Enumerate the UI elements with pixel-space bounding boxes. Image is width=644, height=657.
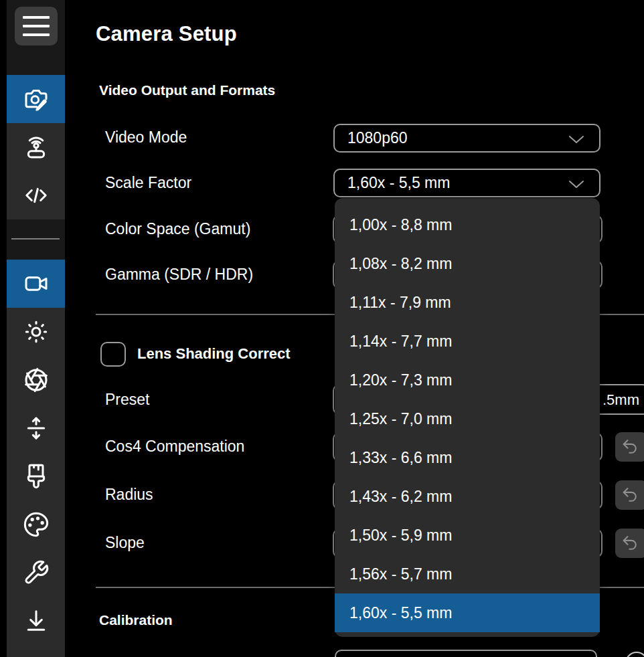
chevron-down-icon	[568, 135, 584, 144]
palette-icon	[23, 511, 50, 538]
brightness-icon	[23, 318, 50, 345]
aperture-icon	[23, 367, 50, 393]
sidebar-item-camera-setup[interactable]	[7, 75, 65, 123]
video-mode-value: 1080p60	[347, 129, 408, 147]
sidebar-item-paint[interactable]	[7, 452, 65, 500]
sidebar-item-download[interactable]	[7, 597, 65, 645]
cos4-undo-button[interactable]	[615, 432, 644, 462]
preset-label: Preset	[105, 391, 149, 409]
slope-label: Slope	[105, 534, 145, 552]
menu-button[interactable]	[15, 7, 58, 45]
sidebar-item-aperture[interactable]	[7, 356, 65, 404]
sidebar-item-video[interactable]	[7, 260, 65, 308]
sidebar-item-shutter[interactable]	[7, 404, 65, 452]
dropdown-option[interactable]: 1,20x - 7,3 mm	[335, 361, 600, 399]
video-camera-icon	[23, 270, 50, 297]
sidebar	[7, 0, 65, 657]
hamburger-icon	[23, 16, 50, 19]
dropdown-option[interactable]: 1,43x - 6,2 mm	[335, 477, 600, 516]
preset-partial-value: .5mm	[602, 391, 639, 409]
sidebar-divider	[11, 238, 60, 240]
webcam-icon	[23, 134, 50, 161]
dropdown-option[interactable]: 1,11x - 7,9 mm	[335, 283, 600, 322]
calibration-select[interactable]	[335, 650, 597, 657]
dropdown-option[interactable]: 1,56x - 5,7 mm	[335, 555, 600, 593]
scale-factor-dropdown: 1,00x - 8,8 mm1,08x - 8,2 mm1,11x - 7,9 …	[335, 198, 600, 637]
gamma-label: Gamma (SDR / HDR)	[105, 266, 253, 284]
sidebar-group-cameras	[7, 75, 65, 219]
undo-icon	[621, 534, 639, 553]
paintbrush-icon	[23, 463, 50, 490]
scale-factor-label: Scale Factor	[105, 174, 191, 192]
sidebar-item-tools[interactable]	[7, 549, 65, 597]
vertical-resize-icon	[23, 415, 50, 442]
dropdown-option[interactable]: 1,33x - 6,6 mm	[335, 438, 600, 477]
sidebar-group-image	[7, 260, 65, 657]
dropdown-option[interactable]: 1,50x - 5,9 mm	[335, 516, 600, 555]
undo-icon	[621, 486, 639, 504]
section-video-output-title: Video Output and Formats	[99, 82, 275, 98]
video-mode-select[interactable]: 1080p60	[333, 124, 600, 153]
dropdown-option[interactable]: 1,08x - 8,2 mm	[335, 244, 600, 283]
download-icon	[23, 607, 50, 634]
page-title: Camera Setup	[96, 22, 237, 46]
video-mode-label: Video Mode	[105, 128, 187, 147]
radius-undo-button[interactable]	[615, 480, 644, 510]
sidebar-item-brightness[interactable]	[7, 308, 65, 356]
dropdown-option[interactable]: 1,25x - 7,0 mm	[335, 399, 600, 438]
lens-shading-checkbox[interactable]	[100, 342, 126, 367]
code-icon	[23, 182, 50, 209]
lens-shading-label: Lens Shading Correct	[137, 345, 334, 363]
scale-factor-value: 1,60x - 5,5 mm	[347, 174, 450, 192]
dropdown-option[interactable]: 1,00x - 8,8 mm	[335, 205, 600, 244]
sidebar-item-api[interactable]	[7, 171, 65, 219]
cos4-label: Cos4 Compensation	[105, 438, 244, 456]
sidebar-item-streaming[interactable]	[7, 123, 65, 171]
calibration-circle-button[interactable]	[625, 652, 644, 657]
radius-label: Radius	[105, 486, 153, 504]
sidebar-item-color[interactable]	[7, 500, 65, 549]
undo-icon	[621, 438, 639, 456]
scale-factor-select[interactable]: 1,60x - 5,5 mm	[333, 169, 600, 197]
dropdown-options-list: 1,00x - 8,8 mm1,08x - 8,2 mm1,11x - 7,9 …	[335, 205, 600, 632]
camera-edit-icon	[23, 86, 50, 112]
section-calibration-title: Calibration	[99, 612, 173, 628]
wrench-icon	[23, 559, 50, 586]
color-space-label: Color Space (Gamut)	[105, 220, 250, 238]
chevron-down-icon	[568, 180, 584, 189]
slope-undo-button[interactable]	[615, 529, 644, 558]
dropdown-option[interactable]: 1,60x - 5,5 mm	[335, 593, 600, 632]
dropdown-option[interactable]: 1,14x - 7,7 mm	[335, 322, 600, 361]
